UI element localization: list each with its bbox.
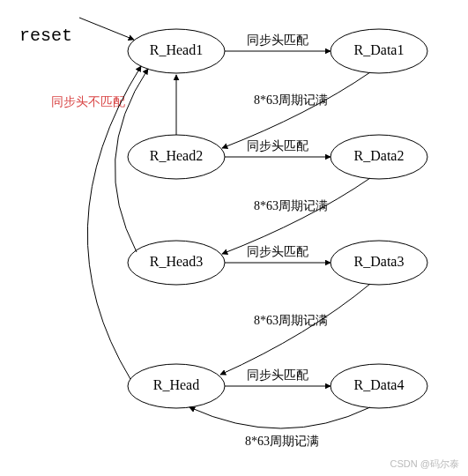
node-r-data4-label: R_Data4	[354, 377, 405, 392]
edge-h1-d1-label: 同步头匹配	[247, 33, 308, 47]
edge-d2-h3-label: 8*63周期记满	[254, 199, 328, 212]
edge-d3-h4	[220, 284, 370, 375]
edge-h2-h1-label: 同步头不匹配	[51, 95, 125, 108]
edge-d3-h4-label: 8*63周期记满	[254, 314, 328, 327]
node-r-data3-label: R_Data3	[354, 254, 405, 269]
state-diagram: reset R_Head1 R_Data1 同步头匹配 R_Head2 R_Da…	[0, 0, 468, 476]
edge-d1-h2-label: 8*63周期记满	[254, 93, 328, 107]
node-r-head4-label: R_Head	[153, 377, 199, 392]
reset-label: reset	[19, 26, 72, 46]
edge-h2-d2-label: 同步头匹配	[247, 139, 308, 152]
edge-h4-h1	[87, 66, 141, 379]
edge-d4-h4-label: 8*63周期记满	[245, 435, 319, 448]
edge-d4-h4	[189, 407, 370, 428]
edge-h4-d4-label: 同步头匹配	[247, 368, 308, 382]
edge-d2-h3	[222, 178, 370, 254]
node-r-data1-label: R_Data1	[354, 42, 405, 57]
reset-edge	[79, 18, 134, 40]
watermark: CSDN @码尔泰	[390, 457, 459, 471]
node-r-data2-label: R_Data2	[354, 148, 405, 163]
node-r-head3-label: R_Head3	[150, 254, 203, 269]
node-r-head1-label: R_Head1	[150, 42, 203, 57]
node-r-head2-label: R_Head2	[150, 148, 203, 163]
edge-h3-d3-label: 同步头匹配	[247, 245, 308, 258]
edge-d1-h2	[222, 72, 370, 148]
